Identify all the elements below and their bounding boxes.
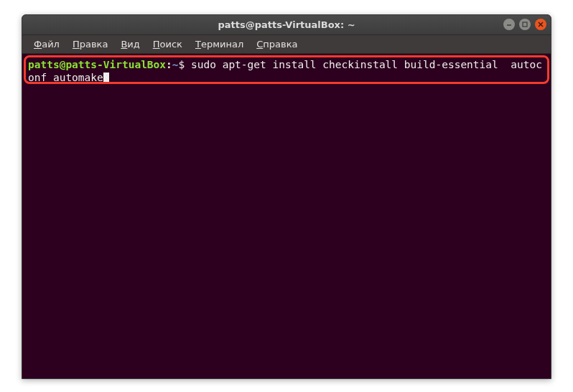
minimize-icon (506, 22, 512, 27)
menu-help[interactable]: Справка (251, 37, 303, 52)
svg-rect-1 (523, 22, 527, 27)
command-line: patts@patts-VirtualBox:~$ sudo apt-get i… (27, 57, 546, 85)
menu-terminal[interactable]: Терминал (190, 37, 249, 52)
terminal-cursor (103, 73, 109, 83)
titlebar: patts@patts-VirtualBox: ~ (22, 15, 551, 35)
menu-edit[interactable]: Правка (67, 37, 113, 52)
close-button[interactable] (535, 19, 546, 30)
window-title: patts@patts-VirtualBox: ~ (218, 19, 355, 30)
close-icon (538, 22, 544, 27)
menu-view[interactable]: Вид (115, 37, 145, 52)
prompt-path: ~ (172, 59, 179, 70)
prompt-colon: : (166, 59, 172, 70)
terminal-window: patts@patts-VirtualBox: ~ Файл Правка Ви… (22, 14, 551, 379)
menu-file[interactable]: Файл (28, 37, 65, 52)
terminal-body[interactable]: patts@patts-VirtualBox:~$ sudo apt-get i… (22, 54, 551, 378)
maximize-icon (522, 22, 528, 27)
minimize-button[interactable] (503, 19, 515, 30)
maximize-button[interactable] (519, 19, 531, 30)
menubar: Файл Правка Вид Поиск Терминал Справка (22, 35, 551, 54)
prompt-dollar: $ (179, 59, 191, 70)
menu-search[interactable]: Поиск (147, 37, 188, 52)
window-controls (503, 19, 546, 30)
prompt-user-host: patts@patts-VirtualBox (28, 59, 166, 70)
